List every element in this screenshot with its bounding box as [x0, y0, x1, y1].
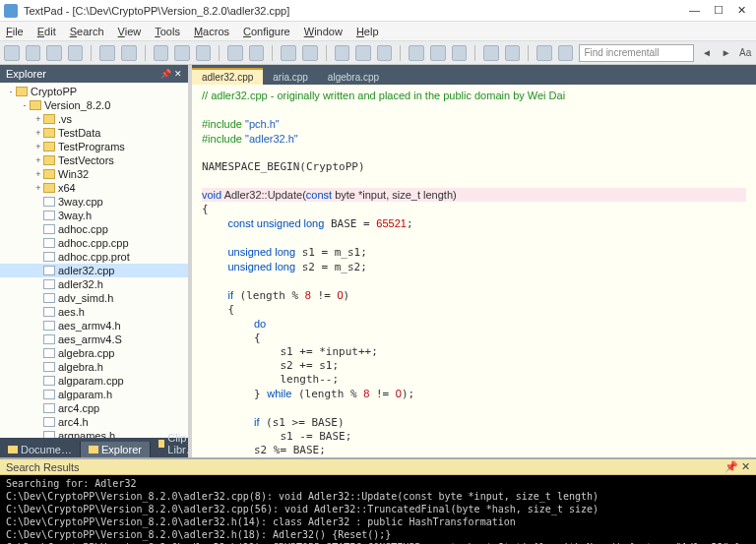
menu-search[interactable]: Search — [70, 26, 104, 37]
paste-button[interactable] — [196, 45, 212, 61]
compare-button[interactable] — [409, 45, 424, 61]
file-3way.h[interactable]: 3way.h — [0, 209, 188, 222]
invisibles-button[interactable] — [558, 45, 574, 61]
file-aes_armv4.s[interactable]: aes_armv4.S — [0, 332, 188, 346]
tree-twisty[interactable]: + — [33, 155, 43, 165]
file-icon — [43, 211, 55, 220]
wordwrap-button[interactable] — [536, 45, 552, 61]
folder-icon — [16, 87, 28, 96]
sidebar-tabs: Docume…ExplorerClip Libr… — [0, 438, 188, 457]
search-prev-icon[interactable]: ◄ — [700, 46, 714, 60]
spell-button[interactable] — [430, 45, 446, 61]
file-adhoc.cpp.cpp[interactable]: adhoc.cpp.cpp — [0, 236, 188, 250]
menu-tools[interactable]: Tools — [155, 26, 180, 37]
file-icon — [43, 266, 55, 275]
replace-button[interactable] — [355, 45, 371, 61]
file-icon — [43, 321, 55, 331]
tab-icon — [158, 440, 164, 448]
folder-icon — [43, 128, 55, 138]
folder-testdata[interactable]: +TestData — [0, 126, 188, 140]
play-macro-button[interactable] — [505, 45, 521, 61]
file-adler32.cpp[interactable]: adler32.cpp — [0, 264, 188, 277]
cut-button[interactable] — [154, 45, 169, 61]
tree-label: algparam.h — [58, 389, 112, 400]
file-adv_simd.h[interactable]: adv_simd.h — [0, 291, 188, 305]
tree-label: algparam.cpp — [58, 375, 124, 387]
tree-label: TestVectors — [58, 154, 114, 166]
editor-tab-algebra-cpp[interactable]: algebra.cpp — [318, 70, 389, 85]
sort-button[interactable] — [452, 45, 468, 61]
incremental-search-input[interactable]: Find incrementall — [579, 44, 694, 62]
file-tree[interactable]: -CryptoPP-Version_8.2.0+.vs+TestData+Tes… — [0, 83, 188, 438]
file-arc4.h[interactable]: arc4.h — [0, 415, 188, 429]
minimize-button[interactable]: — — [689, 4, 700, 17]
tree-twisty[interactable]: + — [33, 128, 43, 138]
menu-edit[interactable]: Edit — [37, 26, 56, 37]
tree-label: adhoc.cpp — [58, 223, 108, 235]
editor-tab-adler32-cpp[interactable]: adler32.cpp — [192, 68, 263, 85]
save-button[interactable] — [46, 45, 62, 61]
editor-tab-aria-cpp[interactable]: aria.cpp — [263, 70, 318, 85]
match-case-icon[interactable]: Aa — [738, 46, 752, 60]
maximize-button[interactable]: ☐ — [714, 4, 724, 17]
folder-.vs[interactable]: +.vs — [0, 112, 188, 126]
file-adhoc.cpp[interactable]: adhoc.cpp — [0, 222, 188, 236]
search-results-body[interactable]: Searching for: Adler32 C:\Dev\CryptoPP\V… — [0, 475, 756, 544]
folder-testprograms[interactable]: +TestPrograms — [0, 140, 188, 153]
pin-icon[interactable]: 📌 ✕ — [160, 69, 182, 79]
tree-twisty[interactable]: + — [33, 169, 43, 179]
tree-label: adv_simd.h — [58, 292, 113, 304]
print-button[interactable] — [99, 45, 115, 61]
record-macro-button[interactable] — [483, 45, 499, 61]
tree-twisty[interactable]: + — [33, 183, 43, 193]
tree-twisty[interactable]: - — [20, 100, 30, 110]
indent-button[interactable] — [281, 45, 296, 61]
outdent-button[interactable] — [302, 45, 318, 61]
folder-x64[interactable]: +x64 — [0, 181, 188, 195]
tree-twisty[interactable]: + — [33, 114, 43, 124]
menu-configure[interactable]: Configure — [243, 26, 290, 37]
file-algparam.cpp[interactable]: algparam.cpp — [0, 374, 188, 388]
copy-button[interactable] — [174, 45, 190, 61]
file-arc4.cpp[interactable]: arc4.cpp — [0, 401, 188, 415]
tree-label: x64 — [58, 182, 76, 194]
undo-button[interactable] — [227, 45, 243, 61]
file-icon — [43, 431, 55, 438]
file-aes.h[interactable]: aes.h — [0, 305, 188, 319]
tree-twisty[interactable]: - — [6, 87, 16, 96]
file-algebra.h[interactable]: algebra.h — [0, 360, 188, 374]
results-pin-icon[interactable]: 📌 ✕ — [724, 460, 750, 473]
find-in-files-button[interactable] — [377, 45, 393, 61]
folder-cryptopp[interactable]: -CryptoPP — [0, 85, 188, 98]
file-adhoc.cpp.prot[interactable]: adhoc.cpp.prot — [0, 250, 188, 264]
file-aes_armv4.h[interactable]: aes_armv4.h — [0, 319, 188, 332]
folder-icon — [43, 142, 55, 151]
menu-macros[interactable]: Macros — [194, 26, 229, 37]
find-button[interactable] — [335, 45, 350, 61]
search-next-icon[interactable]: ► — [720, 46, 733, 60]
save-all-button[interactable] — [68, 45, 84, 61]
menu-help[interactable]: Help — [356, 26, 379, 37]
file-algparam.h[interactable]: algparam.h — [0, 388, 188, 401]
tree-label: argnames.h — [58, 430, 115, 438]
redo-button[interactable] — [249, 45, 265, 61]
tree-label: adler32.h — [58, 278, 103, 290]
menu-file[interactable]: File — [6, 26, 24, 37]
file-adler32.h[interactable]: adler32.h — [0, 277, 188, 291]
preview-button[interactable] — [121, 45, 137, 61]
folder-icon — [43, 114, 55, 124]
file-3way.cpp[interactable]: 3way.cpp — [0, 195, 188, 209]
code-editor[interactable]: // adler32.cpp - originally written and … — [192, 85, 756, 457]
menu-window[interactable]: Window — [304, 26, 343, 37]
close-button[interactable]: ✕ — [737, 4, 746, 17]
menu-view[interactable]: View — [118, 26, 142, 37]
file-algebra.cpp[interactable]: algebra.cpp — [0, 346, 188, 360]
sidebar-tab-0[interactable]: Docume… — [0, 442, 81, 457]
new-file-button[interactable] — [4, 45, 20, 61]
folder-version_8.2.0[interactable]: -Version_8.2.0 — [0, 98, 188, 112]
folder-testvectors[interactable]: +TestVectors — [0, 153, 188, 167]
open-button[interactable] — [26, 45, 41, 61]
tree-twisty[interactable]: + — [33, 142, 43, 151]
folder-win32[interactable]: +Win32 — [0, 167, 188, 181]
sidebar-tab-1[interactable]: Explorer — [81, 442, 151, 457]
